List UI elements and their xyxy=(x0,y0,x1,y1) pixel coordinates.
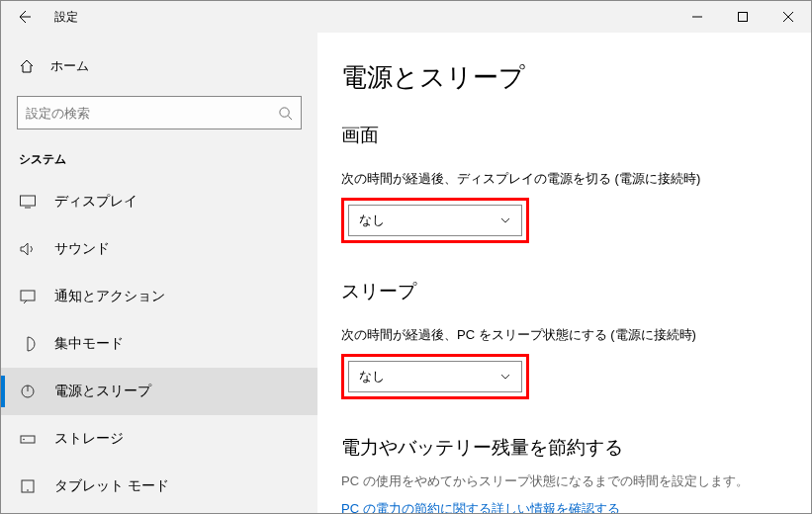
svg-rect-5 xyxy=(21,436,35,443)
sidebar-item-label: タブレット モード xyxy=(54,477,169,495)
svg-point-1 xyxy=(280,107,289,116)
home-icon xyxy=(19,58,35,74)
sidebar-item-sound[interactable]: サウンド xyxy=(1,225,317,273)
page-title: 電源とスリープ xyxy=(341,60,787,95)
display-icon xyxy=(19,195,37,209)
chevron-down-icon xyxy=(499,371,511,383)
home-label: ホーム xyxy=(50,57,89,75)
screen-dropdown-value: なし xyxy=(359,212,385,229)
close-icon xyxy=(783,12,793,22)
sidebar-item-notifications[interactable]: 通知とアクション xyxy=(1,273,317,320)
search-input[interactable] xyxy=(26,106,278,121)
window-title: 設定 xyxy=(46,9,78,26)
notifications-icon xyxy=(19,290,37,303)
svg-point-6 xyxy=(23,439,25,441)
maximize-button[interactable] xyxy=(720,1,766,33)
sleep-dropdown-highlight: なし xyxy=(341,354,529,399)
screen-dropdown-highlight: なし xyxy=(341,198,529,243)
screen-timeout-dropdown[interactable]: なし xyxy=(348,205,522,236)
titlebar: 設定 xyxy=(1,1,811,33)
storage-icon xyxy=(19,432,37,446)
battery-help-text: PC の使用をやめてからスリープ状態になるまでの時間を設定します。 xyxy=(341,472,787,490)
arrow-left-icon xyxy=(16,9,32,25)
svg-rect-0 xyxy=(739,13,748,22)
home-nav[interactable]: ホーム xyxy=(1,44,317,88)
focus-icon xyxy=(19,336,37,352)
search-box[interactable] xyxy=(17,96,302,129)
sidebar-item-focus[interactable]: 集中モード xyxy=(1,320,317,368)
sidebar-item-label: ディスプレイ xyxy=(54,193,137,211)
sidebar-item-label: ストレージ xyxy=(54,430,124,448)
sidebar-group-label: システム xyxy=(1,129,317,178)
close-button[interactable] xyxy=(766,1,811,33)
sleep-setting-label: 次の時間が経過後、PC をスリープ状態にする (電源に接続時) xyxy=(341,326,787,344)
chevron-down-icon xyxy=(499,214,511,226)
sound-icon xyxy=(19,242,37,256)
sidebar-item-display[interactable]: ディスプレイ xyxy=(1,178,317,225)
screen-setting-label: 次の時間が経過後、ディスプレイの電源を切る (電源に接続時) xyxy=(341,170,787,188)
minimize-button[interactable] xyxy=(675,1,720,33)
section-sleep-heading: スリープ xyxy=(341,279,787,304)
battery-help-link[interactable]: PC の電力の節約に関する詳しい情報を確認する xyxy=(341,500,787,513)
sidebar-item-label: サウンド xyxy=(54,240,110,258)
sleep-dropdown-value: なし xyxy=(359,368,385,386)
svg-rect-2 xyxy=(21,196,36,206)
sidebar-item-label: 集中モード xyxy=(54,335,124,353)
sidebar-item-storage[interactable]: ストレージ xyxy=(1,415,317,463)
sidebar-item-label: 電源とスリープ xyxy=(54,383,151,400)
sidebar-item-power-sleep[interactable]: 電源とスリープ xyxy=(1,368,317,415)
section-screen-heading: 画面 xyxy=(341,123,787,148)
sidebar-item-label: 通知とアクション xyxy=(54,288,165,305)
main-content: 電源とスリープ 画面 次の時間が経過後、ディスプレイの電源を切る (電源に接続時… xyxy=(317,33,811,513)
sidebar-nav: ディスプレイ サウンド 通知とアクション 集中モード xyxy=(1,178,317,510)
back-button[interactable] xyxy=(1,1,46,33)
sidebar-item-tablet[interactable]: タブレット モード xyxy=(1,463,317,510)
maximize-icon xyxy=(738,12,748,22)
sleep-timeout-dropdown[interactable]: なし xyxy=(348,361,522,392)
tablet-icon xyxy=(19,479,37,493)
power-icon xyxy=(19,384,37,399)
section-battery-heading: 電力やバッテリー残量を節約する xyxy=(341,435,787,461)
sidebar: ホーム システム ディスプレイ xyxy=(1,33,317,513)
search-icon xyxy=(278,106,293,121)
minimize-icon xyxy=(692,12,702,22)
svg-rect-3 xyxy=(21,291,35,300)
